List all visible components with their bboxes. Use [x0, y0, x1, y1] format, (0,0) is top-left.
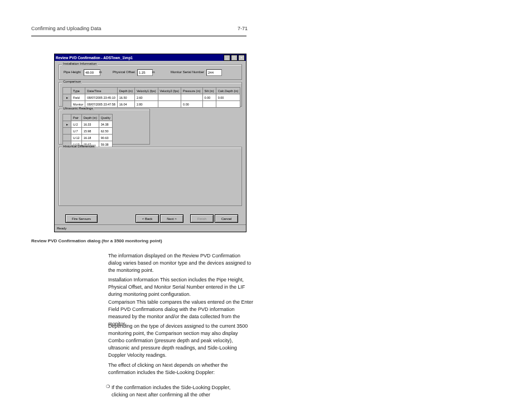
historical-legend: Historical Differences — [62, 145, 96, 148]
cell: U:12 — [71, 135, 82, 141]
body-paragraph: Depending on the type of devices assigne… — [108, 323, 253, 359]
cell — [202, 101, 216, 108]
cell: 08/07/2005 23:45:10 — [85, 94, 117, 101]
cell: 34.38 — [99, 121, 112, 128]
col-pair: Pair — [71, 114, 82, 121]
minimize-icon[interactable]: _ — [224, 55, 230, 61]
cell: U:2 — [71, 121, 82, 128]
pipe-height-unit: in — [99, 70, 102, 74]
bullet-icon: ❍ — [106, 384, 110, 389]
table-row: Pair Depth (in) Quality — [63, 114, 113, 121]
cell: 0.00 — [202, 94, 216, 101]
row-selector-header — [63, 114, 71, 121]
col-calcdepth: Calc.Depth (in) — [216, 88, 240, 94]
window-title: Review PVD Confirmation - ADSTown_1\mp1 — [56, 56, 133, 60]
titlebar[interactable]: Review PVD Confirmation - ADSTown_1\mp1 … — [55, 54, 246, 61]
cell: 15.98 — [81, 128, 99, 135]
cell: 90.63 — [99, 135, 112, 141]
col-v1: Velocity1 (fps) — [134, 88, 158, 94]
finish-button: Finish — [190, 214, 214, 223]
cell — [216, 101, 240, 108]
cell: Field — [71, 94, 85, 101]
page-header-right: 7-71 — [238, 26, 248, 31]
col-silt: Silt (in) — [202, 88, 216, 94]
col-type: Type — [71, 88, 85, 94]
cell: 0.00 — [216, 94, 240, 101]
pipe-height-field[interactable]: 48.00 — [84, 69, 100, 76]
physical-offset-label: Physical Offset — [113, 70, 135, 74]
back-button[interactable]: < Back — [136, 214, 159, 223]
row-selector[interactable] — [63, 128, 71, 135]
col-quality: Quality — [99, 114, 112, 121]
physical-offset-field[interactable]: 1.25 — [137, 69, 153, 76]
col-depth: Depth (in) — [81, 114, 99, 121]
cell — [158, 101, 181, 108]
cell: 0.00 — [181, 101, 202, 108]
group-ultrasonic: Ultrasonic Readings Pair Depth (in) Qual… — [59, 109, 150, 145]
row-selector[interactable]: ▸ — [63, 94, 71, 101]
col-datetime: Date/Time — [85, 88, 117, 94]
comparison-table: Type Date/Time Depth (in) Velocity1 (fps… — [62, 87, 240, 108]
maximize-icon[interactable]: □ — [231, 55, 238, 61]
body-paragraph: The effect of clicking on Next depends o… — [108, 362, 253, 376]
table-row: U:715.9862.50 — [63, 128, 113, 135]
cell: 2.60 — [134, 94, 158, 101]
body-paragraph: Installation Information This section in… — [108, 276, 253, 298]
cell — [158, 94, 181, 101]
physical-offset-unit: in — [152, 70, 155, 74]
page-header-left: Confirming and Uploading Data — [31, 26, 101, 31]
body-paragraph: The information displayed on the Review … — [108, 252, 253, 274]
cell: 16.04 — [117, 101, 134, 108]
install-legend: Installation Information — [62, 62, 98, 65]
cell: 16.50 — [117, 94, 134, 101]
group-installation-info: Installation Information Pipe Height 48.… — [59, 64, 242, 80]
status-bar: Ready — [55, 224, 246, 232]
table-row: ▸U:216.3334.38 — [63, 121, 113, 128]
fire-sensors-button[interactable]: Fire Sensors — [65, 214, 98, 223]
table-row: Type Date/Time Depth (in) Velocity1 (fps… — [63, 88, 240, 94]
serial-label: Monitor Serial Number — [171, 70, 204, 74]
row-selector[interactable]: ▸ — [63, 121, 71, 128]
serial-field[interactable]: 244 — [206, 69, 222, 76]
review-pvd-window: Review PVD Confirmation - ADSTown_1\mp1 … — [54, 54, 246, 232]
pipe-height-label: Pipe Height — [64, 70, 81, 74]
cell — [181, 94, 202, 101]
header-rule — [31, 36, 246, 36]
ultrasonic-table: Pair Depth (in) Quality ▸U:216.3334.38 U… — [62, 114, 113, 148]
cell: U:7 — [71, 128, 82, 135]
cell: 16.33 — [81, 121, 99, 128]
cell: 16.18 — [81, 135, 99, 141]
row-selector[interactable] — [63, 135, 71, 141]
col-pressure: Pressure (in) — [181, 88, 202, 94]
comparison-legend: Comparison — [62, 80, 82, 83]
cell: 62.50 — [99, 128, 112, 135]
figure-caption: Review PVD Confirmation dialog (for a 35… — [31, 238, 162, 243]
bullet-text: If the confirmation includes the Side-Lo… — [112, 384, 245, 399]
cancel-button[interactable]: Cancel — [215, 214, 238, 223]
table-row: ▸ Field 08/07/2005 23:45:10 16.50 2.60 0… — [63, 94, 240, 101]
window-client: Installation Information Pipe Height 48.… — [57, 62, 244, 224]
col-v2: Velocity2 (fps) — [158, 88, 181, 94]
table-row: U:1216.1890.63 — [63, 135, 113, 141]
close-icon[interactable]: × — [238, 55, 245, 61]
row-selector-header — [63, 88, 71, 94]
group-historical: Historical Differences — [59, 147, 242, 206]
ultrasonic-legend: Ultrasonic Readings — [62, 107, 94, 110]
group-comparison: Comparison Type Date/Time Depth (in) Vel… — [59, 82, 242, 107]
next-button[interactable]: Next > — [160, 214, 183, 223]
cell: 2.80 — [134, 101, 158, 108]
col-depth: Depth (in) — [117, 88, 134, 94]
